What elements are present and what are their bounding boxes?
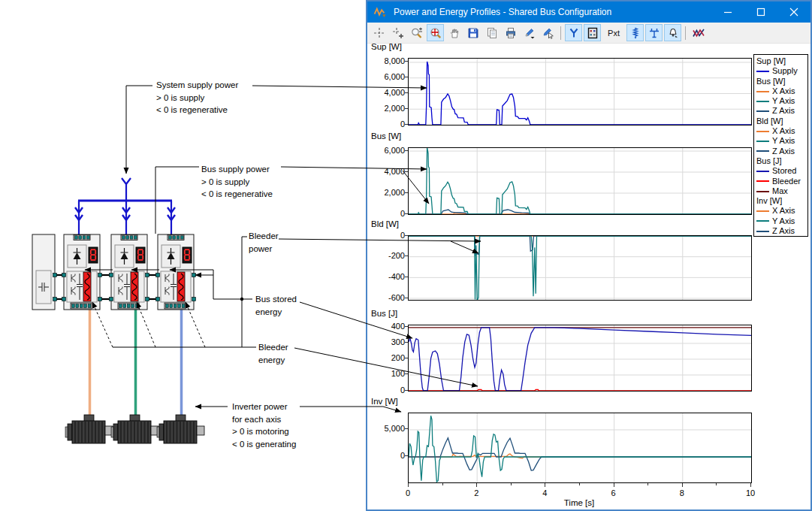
maximize-button[interactable] — [744, 2, 777, 23]
copy-icon — [486, 27, 498, 39]
y-tick-label: 0 — [369, 209, 405, 219]
x-major-tick — [750, 483, 751, 487]
pan-hand-button[interactable] — [445, 24, 463, 41]
y-tick-label: 5,000 — [369, 424, 405, 434]
toolbar-separator — [560, 26, 561, 40]
probe-button[interactable] — [664, 24, 681, 41]
annotation-line: System supply power — [156, 79, 238, 92]
pxt-button[interactable]: Pxt — [602, 24, 625, 41]
toolbar: Pxt — [367, 23, 810, 44]
y-tick-label: 8,000 — [369, 56, 405, 66]
drive-module-x — [62, 234, 102, 310]
x-major-tick — [408, 483, 409, 487]
plot-busj[interactable] — [408, 325, 752, 392]
legend-label: Y Axis — [772, 96, 795, 106]
annotation-line: Bus supply power — [201, 163, 273, 176]
spring-scale-button[interactable] — [626, 24, 644, 41]
draw-pencil-button[interactable] — [521, 24, 538, 41]
app-icon — [373, 6, 386, 19]
plot-label-inv: Inv [W] — [371, 397, 398, 406]
annotation-line: < 0 is generating — [232, 438, 296, 451]
close-icon — [789, 8, 798, 17]
zoom-inout-icon — [411, 27, 423, 39]
x-major-tick — [682, 483, 683, 487]
y-tick-label: 100 — [369, 369, 405, 379]
annotation-bleeder-power: Bleeder power — [249, 230, 279, 255]
save-button[interactable] — [464, 24, 481, 41]
y-tick-label: 300 — [369, 337, 405, 347]
legend-swatch — [756, 220, 769, 222]
plot-busw[interactable] — [408, 147, 752, 215]
y-tick-label: 400 — [369, 322, 405, 331]
plots-area: Sup [W]SupplyBus [W]X AxisY AxisZ AxisBl… — [367, 44, 810, 509]
legend-item: Max — [756, 186, 807, 196]
x-tick-label: 4 — [537, 488, 552, 497]
legend-group-header: Inv [W] — [756, 196, 807, 206]
legend-item: Bleeder — [756, 177, 807, 186]
axis-limits-button[interactable] — [645, 24, 663, 41]
legend-label: X Axis — [772, 206, 795, 216]
capacitor-module — [32, 234, 57, 310]
annotation-line: for each axis — [232, 413, 296, 426]
motor-z — [157, 415, 204, 443]
legend-swatch — [756, 231, 769, 232]
annotation-bus-stored: Bus stored energy — [255, 293, 297, 318]
close-button[interactable] — [777, 2, 810, 23]
crosshair-button[interactable] — [370, 24, 388, 41]
y-tick-label: 2,000 — [369, 188, 405, 198]
series-y-axis — [409, 148, 751, 214]
annotation-line: Bus stored — [255, 293, 297, 306]
save-icon — [467, 27, 479, 39]
y-axes-icon — [568, 27, 580, 39]
y-tick-label: 0 — [369, 231, 405, 240]
annotation-line: > 0 is motoring — [232, 425, 296, 438]
annotation-inverter-power: Inverter power for each axis > 0 is moto… — [232, 401, 296, 450]
subplot-grid-button[interactable] — [584, 24, 601, 41]
legend-label: X Axis — [772, 86, 795, 96]
legend-swatch — [756, 101, 769, 102]
series-y-axis — [409, 236, 751, 300]
legend-swatch — [756, 180, 769, 182]
legend-item: Y Axis — [756, 136, 807, 146]
y-tick-label: 0 — [369, 119, 405, 129]
compare-signals-button[interactable] — [690, 24, 707, 41]
x-tick-label: 8 — [675, 488, 690, 497]
spring-scale-icon — [629, 27, 641, 39]
series-x-axis — [409, 454, 751, 458]
annotation-line: < 0 is regenerative — [201, 188, 273, 201]
drive-module-z — [156, 234, 196, 310]
y-tick-label: -600 — [369, 293, 405, 303]
window-title: Power and Energy Profiles - Shared Bus C… — [394, 7, 611, 17]
annotation-line: power — [249, 243, 279, 256]
draw-select-button[interactable] — [539, 24, 557, 41]
y-tick-label: -200 — [369, 251, 405, 261]
legend-label: Stored — [772, 166, 796, 176]
legend-swatch — [756, 141, 769, 142]
copy-button[interactable] — [483, 24, 500, 41]
legend-group-header: Bld [W] — [756, 116, 807, 126]
legend-item: X Axis — [756, 206, 807, 216]
zoom-pan-button[interactable] — [427, 24, 444, 41]
legend-item: Stored — [756, 166, 807, 176]
crosshair-add-button[interactable] — [389, 24, 406, 41]
minimize-button[interactable] — [711, 2, 744, 23]
print-button[interactable] — [502, 24, 519, 41]
app-window: Power and Energy Profiles - Shared Bus C… — [366, 0, 812, 511]
series-y-axis — [409, 416, 751, 482]
plot-inv[interactable] — [408, 413, 752, 483]
series-bleeder — [409, 390, 751, 392]
y-tick-label: 4,000 — [369, 167, 405, 177]
draw-select-icon — [542, 27, 554, 39]
annotation-system-supply: System supply power > 0 is supply < 0 is… — [156, 79, 238, 116]
pxt-label: Pxt — [608, 29, 620, 38]
legend-label: Z Axis — [772, 147, 795, 156]
y-axes-button[interactable] — [565, 24, 582, 41]
y-tick-label: 2,000 — [369, 104, 405, 113]
motor-x — [65, 415, 113, 443]
plot-bld[interactable] — [408, 235, 752, 301]
axis-limits-icon — [648, 27, 660, 39]
legend-swatch — [756, 171, 769, 172]
annotation-line: > 0 is supply — [201, 176, 273, 189]
zoom-inout-button[interactable] — [408, 24, 425, 41]
plot-sup[interactable] — [408, 58, 752, 125]
